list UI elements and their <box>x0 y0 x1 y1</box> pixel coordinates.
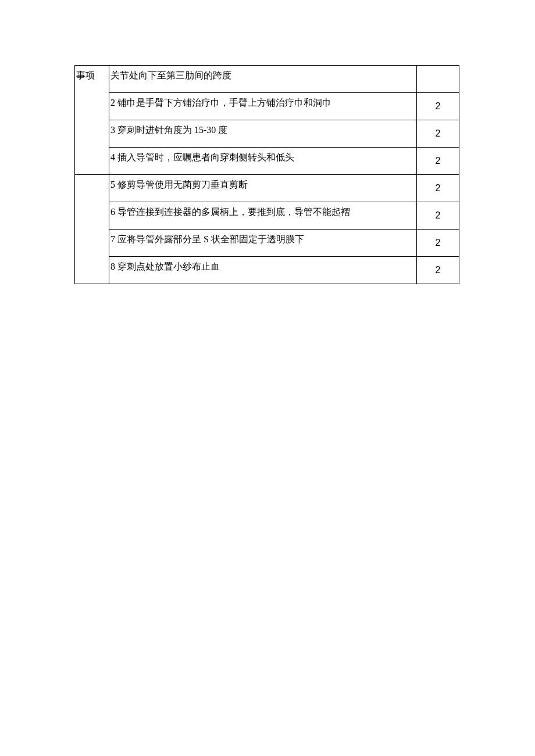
category-cell: 事项 <box>75 66 109 175</box>
desc-cell: 关节处向下至第三肋间的跨度 <box>109 66 417 93</box>
desc-text: 4 插入导管时，应嘱患者向穿刺侧转头和低头 <box>110 152 294 162</box>
desc-cell: 7 应将导管外露部分呈 S 状全部固定于透明膜下 <box>109 230 417 257</box>
score-cell: 2 <box>417 175 459 202</box>
score-cell: 2 <box>417 202 459 230</box>
desc-text: 6 导管连接到连接器的多属柄上，要推到底，导管不能起褶 <box>110 207 350 217</box>
desc-text: 3 穿刺时进针角度为 15-30 度 <box>110 125 227 135</box>
desc-cell: 6 导管连接到连接器的多属柄上，要推到底，导管不能起褶 <box>109 202 417 230</box>
score-cell: 2 <box>417 120 459 148</box>
document-page: 事项 关节处向下至第三肋间的跨度 2 铺巾是手臂下方铺治疗巾，手臂上方铺治疗巾和… <box>0 0 535 284</box>
desc-cell: 5 修剪导管使用无菌剪刀垂直剪断 <box>109 175 417 202</box>
score-cell: 2 <box>417 148 459 175</box>
table-row: 4 插入导管时，应嘱患者向穿刺侧转头和低头 2 <box>75 148 459 175</box>
score-text: 2 <box>436 156 441 166</box>
score-text: 2 <box>436 183 441 193</box>
score-text: 2 <box>436 128 441 138</box>
desc-cell: 4 插入导管时，应嘱患者向穿刺侧转头和低头 <box>109 148 417 175</box>
table-row: 5 修剪导管使用无菌剪刀垂直剪断 2 <box>75 175 459 202</box>
category-label: 事项 <box>76 70 95 80</box>
score-text: 2 <box>436 101 441 111</box>
table-row: 8 穿刺点处放置小纱布止血 2 <box>75 257 459 284</box>
desc-cell: 2 铺巾是手臂下方铺治疗巾，手臂上方铺治疗巾和洞巾 <box>109 93 417 120</box>
desc-cell: 8 穿刺点处放置小纱布止血 <box>109 257 417 284</box>
score-text: 2 <box>436 238 441 248</box>
desc-text: 5 修剪导管使用无菌剪刀垂直剪断 <box>110 180 248 189</box>
table-row: 7 应将导管外露部分呈 S 状全部固定于透明膜下 2 <box>75 230 459 257</box>
score-cell: 2 <box>417 257 459 284</box>
score-cell <box>417 66 459 93</box>
score-cell: 2 <box>417 230 459 257</box>
assessment-table: 事项 关节处向下至第三肋间的跨度 2 铺巾是手臂下方铺治疗巾，手臂上方铺治疗巾和… <box>74 65 459 284</box>
score-cell: 2 <box>417 93 459 120</box>
table-row: 3 穿刺时进针角度为 15-30 度 2 <box>75 120 459 148</box>
desc-text: 关节处向下至第三肋间的跨度 <box>110 70 231 80</box>
table-row: 事项 关节处向下至第三肋间的跨度 <box>75 66 459 93</box>
category-cell-empty <box>75 175 109 284</box>
desc-text: 2 铺巾是手臂下方铺治疗巾，手臂上方铺治疗巾和洞巾 <box>110 98 331 108</box>
score-text: 2 <box>436 210 441 220</box>
table-row: 6 导管连接到连接器的多属柄上，要推到底，导管不能起褶 2 <box>75 202 459 230</box>
desc-cell: 3 穿刺时进针角度为 15-30 度 <box>109 120 417 148</box>
desc-text: 7 应将导管外露部分呈 S 状全部固定于透明膜下 <box>110 234 304 244</box>
desc-text: 8 穿刺点处放置小纱布止血 <box>110 261 220 271</box>
table-row: 2 铺巾是手臂下方铺治疗巾，手臂上方铺治疗巾和洞巾 2 <box>75 93 459 120</box>
score-text: 2 <box>436 265 441 275</box>
